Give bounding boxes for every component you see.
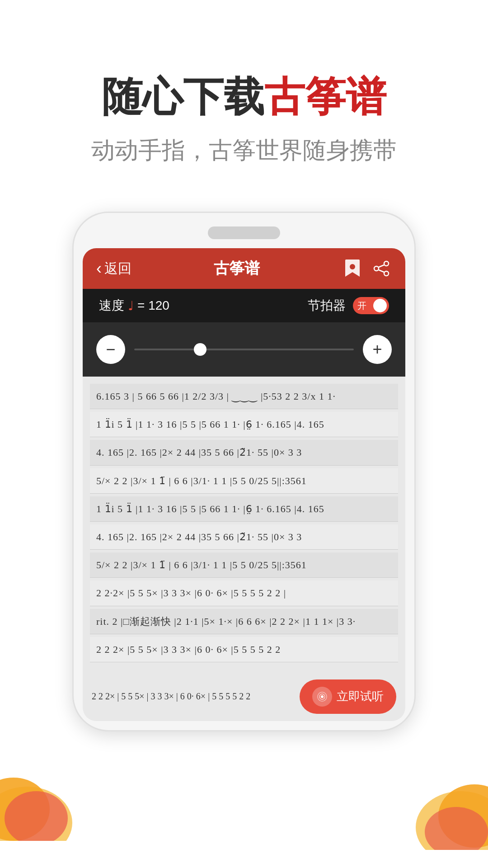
bottom-bar: 2 2 2× | 5 5 5× | 3 3 3× | 6 0· 6× | 5 5… [83,672,405,721]
music-note-icon: ♩ [128,298,134,313]
sheet-row: rit. 2 |□渐起渐快 |2 1·1 |5× 1·× |6 6 6× |2 … [90,609,398,634]
headline-text-2: 古筝谱 [264,74,386,119]
app-header-title: 古筝谱 [214,258,260,279]
svg-point-8 [374,266,379,271]
svg-point-14 [321,695,324,698]
speed-label: 速度 [99,297,124,314]
bottom-sheet-text: 2 2 2× | 5 5 5× | 3 3 3× | 6 0· 6× | 5 5… [92,691,300,702]
tempo-value: = 120 [137,298,169,313]
headline-section: 随心下载古筝谱 动动手指，古筝世界随身携带 [91,72,397,166]
svg-point-6 [350,264,355,269]
sheet-row: 4. 165 |2. 165 |2× 2 44 |35 5 66 |2̈1· 5… [90,524,398,550]
svg-point-9 [384,271,389,276]
svg-line-11 [379,270,384,272]
blob-bottom-left [0,732,108,841]
phone-outer: ‹ 返回 古筝谱 [72,212,416,731]
minus-label: − [106,340,115,359]
metronome-label: 节拍器 [308,297,346,314]
slider-thumb[interactable] [194,343,206,356]
back-chevron-icon: ‹ [96,259,102,278]
phone-screen: ‹ 返回 古筝谱 [83,248,405,721]
sheet-row: 4. 165 |2. 165 |2× 2 44 |35 5 66 |2̈1· 5… [90,440,398,465]
tempo-bar: 速度 ♩ = 120 节拍器 开 [83,289,405,322]
sheet-row: 1 1̈i 5 1̈ |1 1· 3 16 |5 5 |5 66 1 1· |6… [90,412,398,437]
toggle-knob [373,299,387,312]
slider-track[interactable] [134,349,354,350]
app-header: ‹ 返回 古筝谱 [83,248,405,289]
headline-main: 随心下载古筝谱 [91,72,397,121]
svg-point-7 [384,261,389,266]
headline-sub: 动动手指，古筝世界随身携带 [91,135,397,166]
svg-line-10 [379,265,384,267]
listen-button[interactable]: 立即试听 [300,679,396,714]
sheet-row: 5/× 2 2 |3/× 1 1̈ | 6 6 |3/1· 1 1 |5 5 0… [90,552,398,578]
phone-mockup: ‹ 返回 古筝谱 [72,212,416,731]
listen-sound-icon [312,687,332,707]
slider-area: − + [83,322,405,377]
back-label: 返回 [104,259,131,278]
plus-label: + [372,340,382,359]
slider-plus-button[interactable]: + [363,335,392,364]
sheet-music: 6.165 3 | 5 66 5 66 |1 2/2 3/3 | ‿‿‿ |5·… [83,377,405,672]
metronome-toggle[interactable]: 开 [353,297,389,314]
sheet-row: 2 2 2× |5 5 5× |3 3 3× |6 0· 6× |5 5 5 5… [90,637,398,662]
sheet-row: 5/× 2 2 |3/× 1 1̈ | 6 6 |3/1· 1 1 |5 5 0… [90,468,398,494]
toggle-label: 开 [357,300,366,312]
tempo-right: 节拍器 开 [308,297,389,314]
phone-speaker [208,226,280,239]
app-header-icons [342,258,392,279]
blob-bottom-right [371,732,488,850]
back-button[interactable]: ‹ 返回 [96,259,131,278]
sheet-row: 1 1̈i 5 1̈ |1 1· 3 16 |5 5 |5 66 1 1· |6… [90,496,398,522]
bookmark-icon[interactable] [342,258,363,279]
sheet-row: 6.165 3 | 5 66 5 66 |1 2/2 3/3 | ‿‿‿ |5·… [90,384,398,409]
page-wrapper: 随心下载古筝谱 动动手指，古筝世界随身携带 ‹ 返回 古筝谱 [0,0,488,868]
share-icon[interactable] [371,258,392,279]
headline-text-1: 随心下载 [102,74,264,119]
slider-minus-button[interactable]: − [96,335,125,364]
listen-label: 立即试听 [337,689,384,704]
tempo-left: 速度 ♩ = 120 [99,297,169,314]
sheet-row: 2 2·2× |5 5 5× |3 3 3× |6 0· 6× |5 5 5 5… [90,580,398,606]
